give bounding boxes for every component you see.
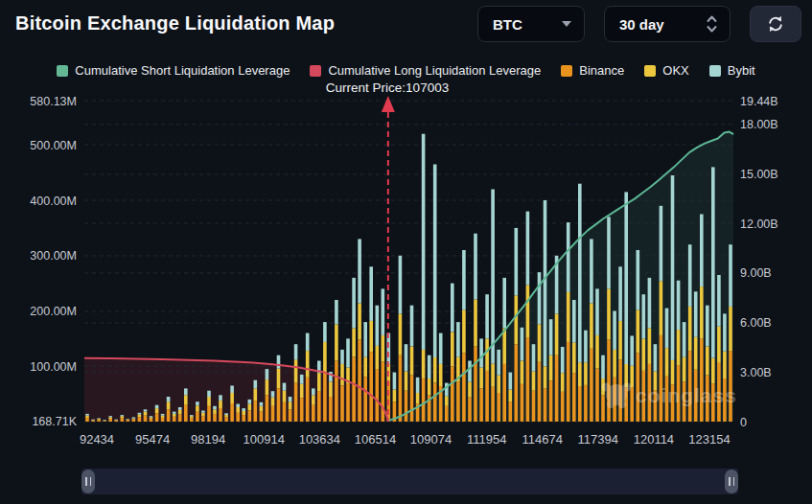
bar-segment	[138, 413, 142, 415]
bar-segment	[706, 347, 709, 376]
bar-segment	[178, 410, 182, 415]
bar-segment	[590, 349, 593, 422]
chart-svg[interactable]: 580.13M500.00M400.00M300.00M200.00M100.0…	[0, 91, 812, 465]
navigator-left-handle[interactable]	[81, 470, 95, 493]
bar-segment	[711, 167, 715, 357]
bar-segment	[213, 406, 217, 410]
bar-segment	[549, 355, 553, 381]
bar-segment	[91, 420, 95, 421]
bar-segment	[271, 398, 275, 406]
bar-segment	[294, 383, 298, 422]
axis-tick-label: 120114	[634, 432, 674, 447]
bar-segment	[346, 338, 350, 367]
legend-swatch-okx	[644, 65, 656, 77]
bar-segment	[196, 412, 199, 422]
timeframe-select[interactable]: 30 day	[604, 6, 731, 42]
bar-segment	[595, 369, 599, 422]
caret-down-icon	[562, 21, 571, 27]
bar-segment	[103, 420, 106, 421]
bar-segment	[260, 406, 264, 412]
bar-segment	[648, 278, 652, 329]
legend-item-binance[interactable]: Binance	[561, 63, 624, 78]
bar-segment	[150, 419, 153, 422]
bar-segment	[567, 292, 570, 342]
bar-segment	[445, 406, 449, 422]
bar-segment	[601, 395, 605, 422]
bar-segment	[654, 344, 658, 371]
bar-segment	[340, 364, 344, 386]
bar-segment	[601, 355, 605, 378]
bar-segment	[127, 420, 130, 422]
legend-label: Binance	[579, 63, 624, 78]
bar-segment	[584, 331, 588, 363]
bar-segment	[358, 340, 361, 423]
bar-segment	[306, 351, 310, 378]
bar-segment	[416, 378, 420, 393]
legend-item-cumulative-short[interactable]: Cumulative Short Liquidation Leverage	[57, 63, 290, 78]
bar-segment	[224, 415, 228, 417]
bar-segment	[445, 396, 449, 405]
bar-segment	[230, 386, 234, 394]
bar-segment	[132, 419, 136, 420]
legend-item-okx[interactable]: OKX	[644, 63, 688, 78]
bar-segment	[393, 390, 397, 402]
bar-segment	[683, 322, 686, 356]
bar-segment	[410, 306, 414, 347]
bar-segment	[138, 415, 142, 418]
bar-segment	[642, 338, 646, 371]
bar-segment	[642, 294, 646, 338]
bar-segment	[648, 328, 652, 364]
bar-segment	[509, 373, 513, 390]
bar-segment	[485, 371, 489, 422]
bar-segment	[660, 281, 663, 335]
bar-segment	[91, 420, 95, 421]
bar-segment	[590, 303, 593, 348]
bar-segment	[729, 307, 732, 351]
bar-segment	[207, 397, 211, 406]
bar-segment	[382, 335, 385, 362]
bar-segment	[121, 416, 125, 418]
bar-segment	[683, 356, 686, 381]
bar-segment	[637, 250, 640, 309]
bar-segment	[335, 324, 338, 360]
bar-segment	[271, 391, 275, 397]
navigator-scrollbar[interactable]	[81, 469, 738, 494]
legend-item-bybit[interactable]: Bybit	[709, 63, 755, 78]
liquidation-chart[interactable]: 580.13M500.00M400.00M300.00M200.00M100.0…	[0, 91, 812, 465]
legend-label: Cumulative Short Liquidation Leverage	[75, 63, 290, 78]
navigator-right-handle[interactable]	[725, 470, 738, 493]
bar-segment	[700, 286, 704, 338]
bar-segment	[201, 413, 205, 417]
bar-segment	[155, 408, 159, 413]
bar-segment	[502, 364, 506, 422]
bar-segment	[532, 391, 536, 422]
bar-segment	[462, 353, 466, 422]
bar-segment	[509, 390, 513, 402]
symbol-select[interactable]: BTC	[477, 6, 585, 42]
refresh-button[interactable]	[750, 6, 801, 42]
bar-segment	[358, 303, 361, 339]
bar-segment	[138, 417, 142, 422]
bar-segment	[294, 344, 298, 359]
bar-segment	[306, 333, 310, 352]
axis-tick-label: 92434	[80, 432, 114, 447]
legend-label: OKX	[662, 63, 688, 78]
legend-item-cumulative-long[interactable]: Cumulative Long Liquidation Leverage	[310, 63, 541, 78]
bar-segment	[451, 366, 454, 422]
axis-tick-label: 500.00M	[30, 139, 77, 152]
bar-segment	[671, 360, 675, 384]
bar-segment	[114, 420, 118, 421]
bar-segment	[462, 309, 466, 353]
timeframe-select-label: 30 day	[619, 16, 664, 33]
bar-segment	[538, 324, 542, 361]
bar-segment	[618, 266, 622, 321]
bar-segment	[526, 212, 530, 286]
bar-segment	[312, 395, 315, 404]
bar-segment	[294, 359, 298, 382]
bar-segment	[665, 309, 669, 349]
bar-segment	[665, 348, 669, 377]
bar-segment	[433, 383, 437, 422]
bar-segment	[242, 415, 245, 422]
bar-segment	[439, 333, 443, 364]
bar-segment	[422, 134, 426, 350]
